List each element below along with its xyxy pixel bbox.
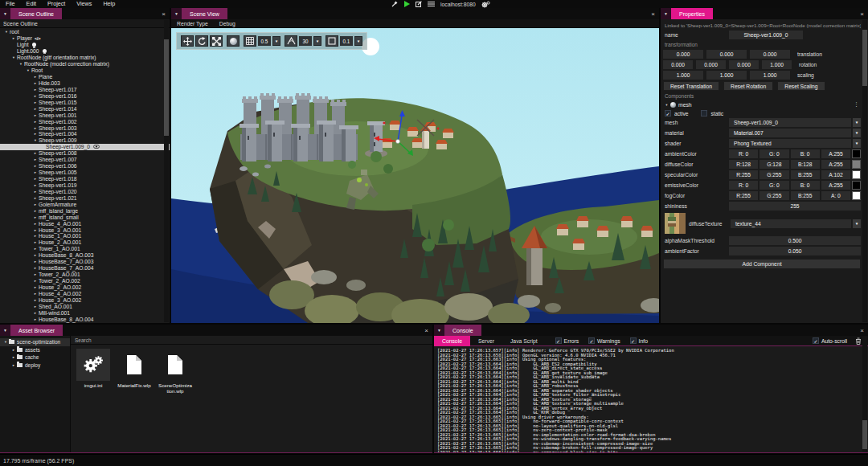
tree-item[interactable]: ▸Sheep-ver1.021 bbox=[0, 194, 170, 201]
tree-item[interactable]: ▸House_4_AO.001 bbox=[0, 220, 170, 227]
tab-scene-view[interactable]: Scene View bbox=[182, 8, 227, 19]
tree-closed-arrow-icon[interactable]: ▸ bbox=[32, 190, 39, 194]
tree-item[interactable]: ▸Sheep-ver1.018 bbox=[0, 176, 170, 182]
menu-item-edit[interactable]: Edit bbox=[21, 0, 42, 8]
warnings-checkbox[interactable]: ✓ bbox=[588, 337, 595, 344]
tree-closed-arrow-icon[interactable]: ▸ bbox=[32, 164, 39, 168]
move-tool-button[interactable] bbox=[181, 35, 194, 47]
tree-closed-arrow-icon[interactable]: ▸ bbox=[32, 298, 39, 302]
grid-snap-button[interactable] bbox=[244, 35, 256, 47]
info-checkbox[interactable]: ✓ bbox=[630, 337, 637, 344]
chevron-down-icon[interactable]: ▼ bbox=[852, 129, 861, 137]
tree-open-arrow-icon[interactable]: ▾ bbox=[25, 68, 31, 72]
specularColor-channel-field[interactable]: R:255 bbox=[729, 170, 758, 179]
tree-closed-arrow-icon[interactable]: ▸ bbox=[32, 266, 39, 270]
autoscroll-checkbox[interactable]: ✓ bbox=[813, 337, 819, 344]
scene-view-menu-debug[interactable]: Debug bbox=[219, 21, 235, 27]
outline-scrollbar[interactable] bbox=[164, 20, 169, 322]
tree-item[interactable]: ▸Sheep-ver1.005 bbox=[0, 170, 170, 176]
tree-item[interactable]: ▾RootNode (model correction matrix) bbox=[0, 61, 170, 67]
clear-console-button[interactable] bbox=[855, 337, 862, 345]
tree-closed-arrow-icon[interactable]: ▸ bbox=[32, 228, 39, 232]
grid-snap-value[interactable]: 0.5 bbox=[258, 36, 271, 46]
asset-item[interactable]: MaterialFix.wlp bbox=[117, 349, 151, 388]
diffuseColor-channel-field[interactable]: A:255 bbox=[821, 160, 850, 169]
ambientFactor-slider[interactable]: 0.050 bbox=[729, 247, 861, 255]
reset-rotation-button[interactable]: Reset Rotation bbox=[723, 81, 773, 91]
ambientColor-channel-field[interactable]: R: 0 bbox=[729, 149, 758, 158]
tree-item[interactable]: ▸GolemArmature bbox=[0, 201, 170, 207]
viewport-3d[interactable]: 0.5 ▼ 30 ▼ 0.1 ▼ bbox=[171, 28, 659, 323]
tree-closed-arrow-icon[interactable]: ▸ bbox=[32, 279, 39, 283]
tree-closed-arrow-icon[interactable]: ▸ bbox=[32, 100, 39, 104]
scaling-value-field[interactable]: 1.000 bbox=[706, 71, 747, 80]
tree-item[interactable]: Light.000 bbox=[0, 48, 170, 55]
tree-item[interactable]: ▸House_3_AO.002 bbox=[0, 296, 170, 303]
chevron-down-icon[interactable]: ▼ bbox=[852, 118, 861, 127]
close-icon[interactable]: × bbox=[158, 8, 170, 19]
rotate-tool-button[interactable] bbox=[195, 35, 208, 47]
alphaMaskThreshold-slider[interactable]: 0.500 bbox=[729, 236, 861, 245]
tree-closed-arrow-icon[interactable]: ▸ bbox=[32, 234, 39, 238]
tree-closed-arrow-icon[interactable]: ▸ bbox=[32, 240, 39, 244]
reset-translation-button[interactable]: Reset Translation bbox=[663, 81, 719, 91]
tree-item[interactable]: ▸Sheep-ver1.006 bbox=[0, 163, 170, 170]
chevron-down-icon[interactable]: ▼ bbox=[313, 36, 321, 46]
tree-closed-arrow-icon[interactable]: ▸ bbox=[32, 292, 39, 296]
tree-closed-arrow-icon[interactable]: ▸ bbox=[32, 157, 39, 161]
menu-item-project[interactable]: Project bbox=[42, 0, 71, 8]
tree-item[interactable]: ▾root bbox=[0, 29, 170, 35]
tree-item[interactable]: ▾Sheep-ver1.009 bbox=[0, 137, 170, 144]
settings-gears-icon[interactable] bbox=[481, 1, 490, 8]
tree-closed-arrow-icon[interactable]: ▸ bbox=[32, 94, 39, 98]
collapse-icon[interactable]: ▼ bbox=[661, 8, 671, 19]
tree-closed-arrow-icon[interactable]: ▸ bbox=[32, 260, 39, 264]
ambientColor-swatch[interactable] bbox=[852, 149, 861, 158]
tree-item[interactable]: ▸Sheep-ver1.017 bbox=[0, 86, 170, 92]
tree-item[interactable]: ▸House_2_AO.002 bbox=[0, 284, 170, 291]
scene-view-menu-render-type[interactable]: Render Type bbox=[177, 21, 208, 27]
tree-item[interactable]: ▸Mill-wind.001 bbox=[0, 309, 170, 316]
tree-item[interactable]: ▾Root bbox=[0, 67, 170, 74]
tree-item[interactable]: ▸Sheep-ver1.015 bbox=[0, 99, 170, 105]
console-log[interactable]: [2021-02-27 17:26:13.657][info] Renderer… bbox=[434, 346, 868, 452]
tree-item[interactable]: ▸mff_island_small bbox=[0, 214, 170, 220]
diffuseColor-channel-field[interactable]: B:128 bbox=[791, 160, 820, 169]
fogColor-swatch[interactable] bbox=[852, 191, 861, 200]
chevron-down-icon[interactable]: ▼ bbox=[272, 36, 280, 46]
chevron-down-icon[interactable]: ▼ bbox=[354, 36, 362, 46]
tree-item[interactable]: ▸mff_island_large bbox=[0, 207, 170, 214]
tree-closed-arrow-icon[interactable]: ▸ bbox=[32, 81, 39, 85]
asset-search-input[interactable]: Search bbox=[71, 336, 432, 345]
tree-item[interactable]: ▸Sheep-ver1.004 bbox=[0, 131, 170, 137]
console-subtab-console[interactable]: Console bbox=[434, 336, 470, 346]
chevron-down-icon[interactable]: ▼ bbox=[852, 139, 861, 148]
tab-console[interactable]: Console bbox=[444, 325, 481, 336]
tree-closed-arrow-icon[interactable]: ▸ bbox=[32, 113, 39, 117]
properties-scrollbar[interactable] bbox=[862, 20, 867, 322]
tree-closed-arrow-icon[interactable]: ▸ bbox=[32, 222, 39, 226]
tree-item[interactable]: ▸Sheep-ver1.020 bbox=[0, 188, 170, 194]
menu-item-views[interactable]: Views bbox=[71, 0, 97, 8]
tree-closed-arrow-icon[interactable]: ▸ bbox=[32, 151, 39, 155]
scrollbar-handle[interactable] bbox=[164, 39, 169, 136]
emissiveColor-channel-field[interactable]: A:255 bbox=[821, 181, 850, 190]
tree-item[interactable]: ▸Tower_1_AO.001 bbox=[0, 246, 170, 252]
tree-item[interactable]: ▸Sheep-ver1.007 bbox=[0, 157, 170, 163]
menu-item-file[interactable]: File bbox=[0, 0, 21, 8]
visibility-eye-icon[interactable] bbox=[93, 145, 100, 149]
tree-closed-arrow-icon[interactable]: ▸ bbox=[32, 202, 39, 206]
emissiveColor-channel-field[interactable]: R: 0 bbox=[729, 181, 758, 190]
ambientColor-channel-field[interactable]: G: 0 bbox=[760, 149, 788, 158]
scaling-value-field[interactable]: 1.000 bbox=[663, 71, 703, 80]
tree-item[interactable]: ▸Shed_AO.001 bbox=[0, 303, 170, 309]
close-icon[interactable]: × bbox=[420, 325, 432, 336]
tree-closed-arrow-icon[interactable]: ▸ bbox=[32, 317, 39, 321]
specularColor-channel-field[interactable]: B:255 bbox=[791, 170, 820, 179]
static-checkbox[interactable] bbox=[701, 110, 707, 117]
fogColor-channel-field[interactable]: A: 0 bbox=[821, 191, 850, 200]
specularColor-swatch[interactable] bbox=[852, 170, 861, 179]
tree-closed-arrow-icon[interactable]: ▸ bbox=[32, 196, 39, 200]
tree-bullet[interactable]: ▸ bbox=[10, 355, 17, 359]
diffuseColor-swatch[interactable] bbox=[852, 160, 861, 169]
